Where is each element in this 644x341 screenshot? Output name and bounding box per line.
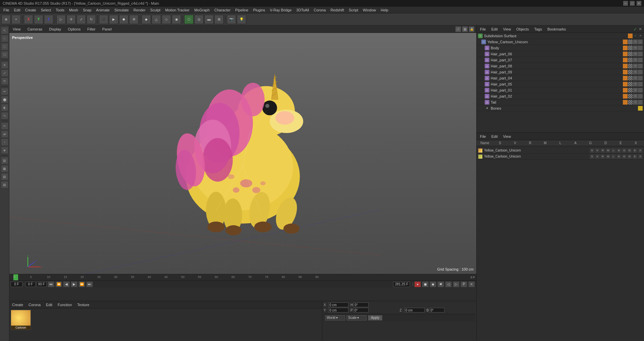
pb-go-start[interactable]: ⏮: [48, 281, 54, 287]
menu-redshift[interactable]: Redshift: [328, 7, 346, 13]
om-item-hair02[interactable]: △ Hair_part_02 ✕: [477, 93, 644, 99]
start-frame-input[interactable]: [25, 282, 36, 287]
om-ctrl-check[interactable]: ✓: [633, 34, 638, 38]
close-btn[interactable]: ✕: [637, 1, 641, 6]
menu-motion-tracker[interactable]: Motion Tracker: [163, 7, 192, 13]
tool-light[interactable]: 💡: [237, 15, 246, 24]
om-hair06-dot[interactable]: [623, 52, 628, 56]
om-item-hair07[interactable]: △ Hair_part_07 ✕: [477, 57, 644, 63]
am-ctrl-2-4[interactable]: M: [606, 154, 610, 159]
pb-play-back[interactable]: ◀: [63, 281, 70, 287]
menu-edit[interactable]: Edit: [12, 7, 22, 13]
tool-knife[interactable]: ✂: [1, 122, 8, 130]
menu-render[interactable]: Render: [131, 7, 148, 13]
tool-poly-sel[interactable]: ⬡: [1, 51, 8, 58]
om-item-subdivision[interactable]: ◇ Subdivision Surface ✓ ✕: [477, 33, 644, 39]
tool-texture[interactable]: ⬡: [184, 15, 194, 24]
tool-render-view[interactable]: ▶: [109, 15, 118, 24]
om-hair04-x[interactable]: ✕: [633, 76, 638, 80]
key-mode[interactable]: P: [461, 281, 467, 287]
tool-add-btn[interactable]: +: [11, 15, 21, 24]
om-item-hair08[interactable]: △ Hair_part_08 ✕: [477, 63, 644, 69]
tool-snap-enable[interactable]: ◎: [194, 15, 204, 24]
am-ctrl-2-6[interactable]: A: [616, 154, 621, 159]
om-ctrl-dot-u[interactable]: [623, 40, 628, 44]
om-menu-objects[interactable]: Objects: [515, 26, 530, 32]
world-dropdown[interactable]: World ▾: [325, 315, 345, 321]
tool-scale-side[interactable]: ⤢: [1, 69, 8, 77]
pb-step-fwd[interactable]: ⏩: [78, 281, 85, 287]
om-item-hair01[interactable]: △ Hair_part_01 ✕: [477, 87, 644, 93]
tool-pointer[interactable]: ↖: [1, 27, 8, 34]
tool-layer4[interactable]: ▨: [1, 181, 8, 188]
om-item-bones[interactable]: ✦ Bones: [477, 105, 644, 111]
am-ctrl-1-10[interactable]: X: [638, 148, 643, 153]
scale-dropdown[interactable]: Scale ▾: [346, 315, 367, 321]
mat-menu-corona[interactable]: Corona: [27, 302, 42, 307]
tool-extrude-side[interactable]: ↑: [1, 138, 8, 146]
om-item-body[interactable]: △ Body ✕: [477, 45, 644, 51]
om-hair02-dot[interactable]: [623, 94, 628, 99]
am-ctrl-1-7[interactable]: G: [622, 148, 627, 153]
menu-tools[interactable]: Tools: [54, 7, 66, 13]
menu-select[interactable]: Select: [39, 7, 53, 13]
key-del[interactable]: ✖: [437, 281, 444, 287]
menu-script[interactable]: Script: [347, 7, 360, 13]
vp-menu-filter[interactable]: Filter: [86, 26, 97, 32]
key-stop[interactable]: ◼: [422, 281, 429, 287]
pb-play[interactable]: ▶: [71, 281, 77, 287]
om-hair09-dot[interactable]: [623, 70, 628, 74]
am-ctrl-2-3[interactable]: R: [600, 154, 605, 159]
coord-z-input[interactable]: [405, 308, 425, 312]
tool-move-side[interactable]: ✛: [1, 61, 8, 69]
vp-menu-panel[interactable]: Panel: [101, 26, 113, 32]
om-hair07-x[interactable]: ✕: [633, 58, 638, 62]
viewport[interactable]: Perspective Grid Spacing : 100 cm X Y Z: [9, 33, 476, 274]
mat-menu-texture[interactable]: Texture: [76, 302, 91, 307]
om-menu-view[interactable]: View: [502, 26, 513, 32]
mat-menu-edit[interactable]: Edit: [45, 302, 54, 307]
om-item-tail[interactable]: △ Tail ✕: [477, 99, 644, 105]
mat-menu-function[interactable]: Function: [56, 302, 73, 307]
menu-mesh[interactable]: Mesh: [67, 7, 80, 13]
coord-h-input[interactable]: [354, 302, 369, 307]
tool-render-all[interactable]: ⏺: [119, 15, 128, 24]
vp-lock[interactable]: 🔒: [469, 26, 474, 32]
menu-corona[interactable]: Corona: [312, 7, 328, 13]
tool-floor[interactable]: ▬: [204, 15, 214, 24]
tool-render-settings[interactable]: ⚙: [129, 15, 139, 24]
maximize-btn[interactable]: □: [630, 1, 635, 6]
om-hair02-x[interactable]: ✕: [633, 94, 638, 99]
menu-character[interactable]: Character: [212, 7, 232, 13]
current-frame-input[interactable]: [11, 282, 22, 287]
coord-p-input[interactable]: [354, 308, 369, 312]
tool-rotate[interactable]: ↻: [87, 15, 96, 24]
tool-object-mode[interactable]: ◆: [142, 15, 151, 24]
coord-y-input[interactable]: [328, 308, 348, 312]
am-row-2[interactable]: Yellow_Cartoon_Unicorn S V R M L A G D E…: [478, 154, 643, 160]
menu-3dtoall[interactable]: 3DToAll: [294, 7, 311, 13]
vp-menu-options[interactable]: Options: [66, 26, 82, 32]
vp-menu-display[interactable]: Display: [48, 26, 62, 32]
tool-edge-mode[interactable]: ◇: [162, 15, 171, 24]
om-menu-bookmarks[interactable]: Bookmarks: [546, 26, 567, 32]
om-hair05-dot[interactable]: [623, 82, 628, 87]
om-hair04-dot[interactable]: [623, 76, 628, 80]
am-ctrl-2-10[interactable]: X: [638, 154, 643, 159]
menu-create[interactable]: Create: [23, 7, 38, 13]
om-bones-dot[interactable]: [638, 106, 643, 111]
pb-go-end[interactable]: ⏭: [86, 281, 93, 287]
om-menu-file[interactable]: File: [479, 26, 487, 32]
key-record[interactable]: ●: [414, 281, 421, 287]
tool-y-axis[interactable]: Y: [34, 15, 43, 24]
key-options[interactable]: ≡: [468, 281, 475, 287]
tool-mode-btn[interactable]: ⊕: [1, 15, 11, 24]
menu-pipeline[interactable]: Pipeline: [233, 7, 250, 13]
end-frame-input[interactable]: [37, 282, 47, 287]
om-item-hair06[interactable]: △ Hair_part_06 ✕: [477, 51, 644, 57]
menu-plugins[interactable]: Plugins: [251, 7, 267, 13]
om-hair01-x[interactable]: ✕: [633, 88, 638, 93]
om-ctrl-x[interactable]: ✕: [638, 34, 643, 38]
om-hair09-x[interactable]: ✕: [633, 70, 638, 74]
am-row-1[interactable]: Yellow_Cartoon_Unicorn S V R M L A G D E…: [478, 148, 643, 154]
